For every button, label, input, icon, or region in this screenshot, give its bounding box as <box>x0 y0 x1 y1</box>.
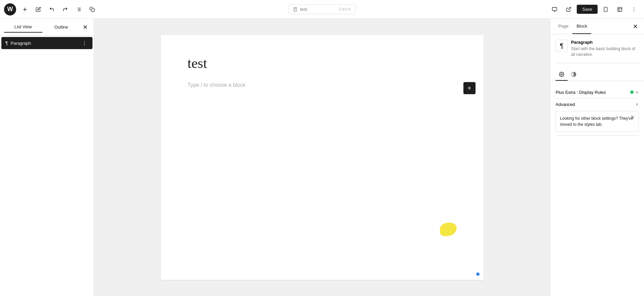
redo-button[interactable] <box>59 3 71 15</box>
block-settings-tabs <box>550 69 644 81</box>
wp-logo[interactable]: W <box>4 3 16 15</box>
right-panel: Page Block ✕ ¶ Paragraph Start with the … <box>550 19 644 296</box>
block-container: Type / to choose a block + <box>188 82 457 88</box>
display-rules-right: ∨ <box>630 90 639 95</box>
mobile-preview-button[interactable] <box>600 3 612 15</box>
edit-button[interactable] <box>32 3 44 15</box>
svg-rect-17 <box>604 7 607 11</box>
command-palette-shortcut: Ctrl+K <box>339 7 351 12</box>
editor-area[interactable]: test Type / to choose a block + <box>94 19 550 296</box>
list-view-items: ¶ Paragraph ⋮ <box>0 36 94 50</box>
svg-rect-13 <box>553 7 557 10</box>
tab-block[interactable]: Block <box>572 19 591 34</box>
list-view-toolbar-button[interactable] <box>73 3 85 15</box>
display-rules-label: Plus Extra : Display Rules <box>556 90 606 95</box>
svg-rect-19 <box>618 7 622 11</box>
advanced-chevron: ∨ <box>636 102 639 107</box>
svg-point-23 <box>634 9 634 10</box>
block-styles-tab[interactable] <box>568 69 580 81</box>
right-panel-body: ¶ Paragraph Start with the basic buildin… <box>550 34 644 296</box>
external-link-button[interactable] <box>563 3 575 15</box>
editor-canvas: test Type / to choose a block + <box>161 35 484 280</box>
notification-box: Looking for other block settings? They'v… <box>556 111 639 132</box>
svg-point-22 <box>634 7 634 8</box>
display-rules-chevron: ∨ <box>636 90 639 95</box>
blue-dot <box>476 272 480 276</box>
more-options-button[interactable] <box>628 3 640 15</box>
block-info-icon: ¶ <box>556 40 568 52</box>
command-palette-text: test <box>300 7 307 12</box>
paragraph-icon: ¶ <box>5 40 8 46</box>
toolbar: W test Ctrl+K Sav <box>0 0 644 19</box>
block-info: ¶ Paragraph Start with the basic buildin… <box>556 40 639 63</box>
block-info-description: Start with the basic building block of a… <box>571 46 639 58</box>
undo-button[interactable] <box>46 3 58 15</box>
yellow-blob <box>440 223 457 236</box>
main-area: List View Outline ✕ ¶ Paragraph ⋮ test T… <box>0 19 644 296</box>
view-button[interactable] <box>548 3 561 15</box>
display-rules-status-dot <box>630 90 634 94</box>
list-item-label: Paragraph <box>11 41 78 46</box>
tab-page[interactable]: Page <box>554 19 572 34</box>
block-info-title: Paragraph <box>571 40 639 45</box>
advanced-title: Advanced <box>556 102 575 107</box>
tab-list-view[interactable]: List View <box>4 22 42 33</box>
left-panel-close-button[interactable]: ✕ <box>80 23 90 32</box>
block-info-text: Paragraph Start with the basic building … <box>571 40 639 58</box>
svg-rect-8 <box>91 9 94 12</box>
advanced-section: Advanced ∨ Looking for other block setti… <box>556 99 639 136</box>
toolbar-right: Save <box>548 3 640 15</box>
left-panel-header: List View Outline ✕ <box>0 19 94 36</box>
left-panel: List View Outline ✕ ¶ Paragraph ⋮ <box>0 19 94 296</box>
paragraph-block-icon: ¶ <box>560 42 564 50</box>
display-rules-row[interactable]: Plus Extra : Display Rules ∨ <box>556 86 639 99</box>
command-palette[interactable]: test Ctrl+K <box>289 4 356 14</box>
copy-button[interactable] <box>86 3 98 15</box>
tab-outline[interactable]: Outline <box>42 22 81 32</box>
svg-point-25 <box>561 74 562 75</box>
editor-placeholder[interactable]: Type / to choose a block <box>188 82 457 88</box>
add-block-button[interactable]: + <box>463 82 476 94</box>
block-settings-tab[interactable] <box>556 69 568 81</box>
toolbar-center: test Ctrl+K <box>289 4 356 14</box>
right-panel-close-button[interactable]: ✕ <box>631 22 640 31</box>
list-item-paragraph[interactable]: ¶ Paragraph ⋮ <box>1 37 92 49</box>
editor-title[interactable]: test <box>188 55 457 71</box>
advanced-header[interactable]: Advanced ∨ <box>556 102 639 107</box>
right-panel-header: Page Block ✕ <box>550 19 644 34</box>
list-item-more-button[interactable]: ⋮ <box>80 39 88 47</box>
notification-text: Looking for other block settings? They'v… <box>560 116 633 127</box>
svg-line-16 <box>568 7 571 10</box>
add-block-toolbar-button[interactable] <box>19 3 31 15</box>
toolbar-left: W <box>4 3 547 15</box>
template-button[interactable] <box>614 3 626 15</box>
save-button[interactable]: Save <box>577 5 598 14</box>
svg-point-24 <box>634 10 634 11</box>
notification-close-button[interactable]: ✕ <box>629 114 636 121</box>
